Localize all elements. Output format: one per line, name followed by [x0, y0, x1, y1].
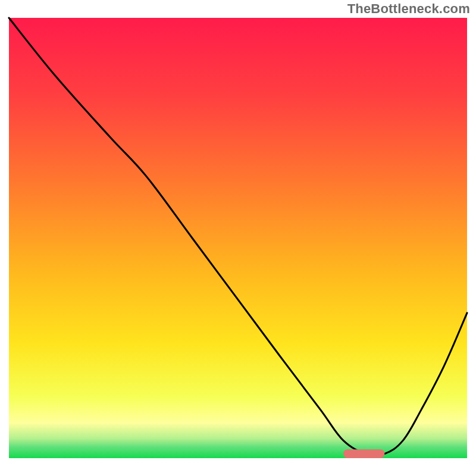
- chart-svg: [0, 0, 476, 476]
- chart-stage: TheBottleneck.com: [0, 0, 476, 476]
- gradient-panel: [9, 18, 467, 458]
- optimal-range-marker: [343, 449, 384, 458]
- watermark-text: TheBottleneck.com: [347, 1, 470, 17]
